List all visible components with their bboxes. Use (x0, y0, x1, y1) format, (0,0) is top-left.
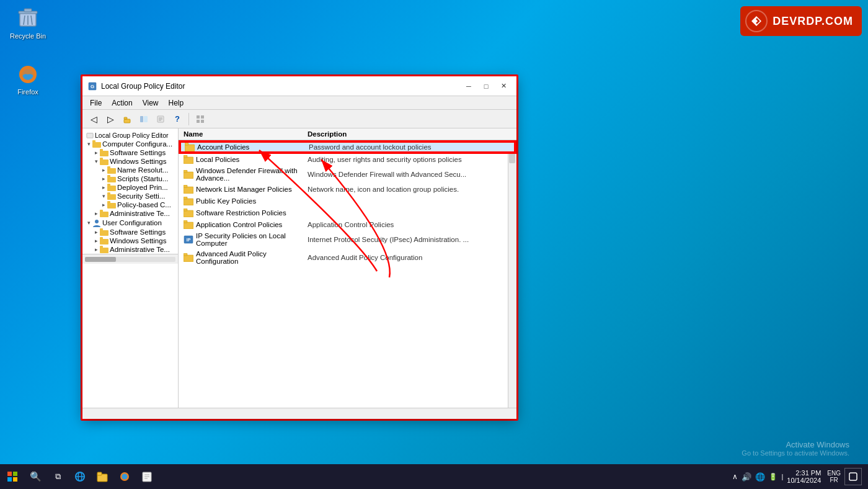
tree-item-root[interactable]: Local Group Policy Editor (82, 131, 178, 140)
minimize-button[interactable]: ─ (461, 80, 477, 92)
tree-panel: Local Group Policy Editor ▾ Computer Con… (82, 128, 179, 408)
detail-row-software-restriction[interactable]: Software Restriction Policies (179, 207, 516, 219)
svg-rect-37 (107, 203, 116, 209)
svg-text:G: G (91, 84, 94, 89)
vertical-scrollbar[interactable] (508, 142, 516, 408)
ie-taskbar-button[interactable] (69, 464, 91, 489)
show-hide-button[interactable] (136, 112, 151, 127)
svg-rect-12 (140, 116, 143, 122)
svg-rect-36 (107, 192, 110, 195)
tree-item-name-resolution[interactable]: ▸ Name Resolut... (82, 166, 178, 174)
svg-rect-51 (184, 155, 187, 158)
maximize-button[interactable]: □ (478, 80, 494, 92)
tree-item-software-settings[interactable]: ▸ Software Settings (82, 148, 178, 157)
window-icon: G (87, 81, 97, 91)
search-button[interactable]: 🔍 (25, 464, 46, 489)
svg-rect-28 (100, 158, 103, 160)
svg-rect-10 (124, 119, 130, 123)
svg-rect-53 (184, 170, 187, 173)
window-wrapper: G Local Group Policy Editor ─ □ ✕ File A… (81, 74, 518, 421)
view-button[interactable] (193, 112, 208, 127)
tree-item-security-settings[interactable]: ▾ Security Setti... (82, 192, 178, 200)
svg-rect-11 (124, 117, 127, 119)
svg-rect-59 (184, 209, 187, 211)
devrdp-logo (745, 10, 768, 32)
explorer-taskbar-button[interactable] (91, 464, 113, 489)
tree-item-user-windows[interactable]: ▸ Windows Settings (82, 236, 178, 245)
tree-item-user-software[interactable]: ▸ Software Settings (82, 228, 178, 236)
svg-rect-40 (100, 210, 103, 212)
close-button[interactable]: ✕ (495, 80, 512, 92)
svg-point-41 (95, 220, 99, 223)
tree-item-windows-settings[interactable]: ▾ Windows Settings (82, 157, 178, 166)
svg-rect-21 (201, 120, 204, 123)
svg-rect-50 (184, 157, 193, 164)
tree-item-deployed-printers[interactable]: ▸ Deployed Prin... (82, 183, 178, 192)
svg-rect-67 (7, 472, 12, 476)
svg-rect-58 (184, 210, 193, 217)
properties-button[interactable] (153, 112, 168, 127)
svg-rect-20 (197, 120, 200, 123)
svg-rect-42 (100, 230, 108, 236)
svg-rect-18 (197, 115, 200, 119)
svg-point-77 (122, 474, 128, 480)
tree-item-policy-based[interactable]: ▸ Policy-based C... (82, 200, 178, 209)
menu-file[interactable]: File (85, 97, 107, 109)
recycle-bin-icon[interactable]: Recycle Bin (6, 6, 50, 40)
svg-rect-46 (100, 248, 108, 253)
menu-help[interactable]: Help (164, 97, 189, 109)
detail-row-advanced-audit[interactable]: Advanced Audit Policy Configuration Adva… (179, 249, 516, 267)
svg-rect-64 (184, 255, 193, 262)
firefox-icon[interactable]: Firefox (6, 62, 50, 96)
tree-item-computer-config[interactable]: ▾ Computer Configura... (82, 140, 178, 148)
tree-horizontal-scrollbar[interactable] (82, 254, 178, 264)
svg-rect-60 (184, 222, 193, 229)
tree-item-user-config[interactable]: ▾ User Configuration (82, 218, 178, 228)
svg-rect-26 (100, 149, 103, 151)
taskbar-time: 2:31 PM 10/14/2024 (787, 469, 821, 484)
svg-rect-19 (201, 115, 204, 119)
recycle-bin-label: Recycle Bin (10, 32, 46, 40)
svg-rect-33 (107, 186, 116, 191)
detail-row-ip-security[interactable]: IP IP Security Policies on Local Compute… (179, 231, 516, 249)
status-bar (82, 408, 516, 419)
menu-view[interactable]: View (138, 97, 164, 109)
menu-bar: File Action View Help (82, 96, 516, 110)
svg-rect-70 (13, 477, 17, 482)
up-button[interactable] (120, 112, 135, 127)
svg-rect-57 (184, 197, 187, 199)
svg-rect-35 (107, 194, 116, 200)
detail-row-app-control[interactable]: Application Control Policies Application… (179, 219, 516, 231)
svg-rect-34 (107, 184, 110, 186)
svg-rect-25 (100, 151, 108, 156)
start-button[interactable] (0, 464, 25, 489)
tree-item-scripts[interactable]: ▸ Scripts (Startu... (82, 174, 178, 183)
svg-rect-24 (92, 140, 95, 143)
detail-row-account-policies[interactable]: Account Policies Password and account lo… (179, 140, 516, 154)
svg-rect-22 (87, 133, 93, 138)
main-content: Local Group Policy Editor ▾ Computer Con… (82, 128, 516, 408)
svg-rect-68 (13, 472, 17, 476)
forward-button[interactable]: ▷ (103, 112, 118, 127)
devrdp-badge: DEVRDP.COM (740, 6, 862, 36)
detail-row-public-key[interactable]: Public Key Policies (179, 195, 516, 207)
devrdp-text: DEVRDP.COM (773, 15, 853, 28)
detail-row-local-policies[interactable]: Local Policies Auditing, user rights and… (179, 154, 516, 166)
task-view-button[interactable]: ⧉ (46, 464, 69, 489)
notification-button[interactable] (844, 468, 862, 485)
tree-item-user-admin[interactable]: ▸ Administrative Te... (82, 245, 178, 254)
toolbar-separator (188, 113, 189, 125)
firefox-label: Firefox (17, 88, 38, 96)
back-button[interactable]: ◁ (86, 112, 101, 127)
menu-action[interactable]: Action (107, 97, 137, 109)
notepad-taskbar-button[interactable] (136, 464, 158, 489)
help-button[interactable]: ? (170, 112, 185, 127)
system-tray: ∧ 🔊 🌐 🔋 | 2:31 PM 10/14/2024 ENG FR (732, 468, 868, 485)
svg-rect-38 (107, 201, 110, 204)
activate-windows-watermark: Activate Windows Go to Settings to activ… (742, 440, 849, 457)
tree-item-admin-templates[interactable]: ▸ Administrative Te... (82, 209, 178, 218)
detail-row-network-list[interactable]: Network List Manager Policies Network na… (179, 184, 516, 195)
title-bar-controls: ─ □ ✕ (461, 80, 512, 92)
firefox-taskbar-button[interactable] (113, 464, 136, 489)
detail-row-defender-firewall[interactable]: Windows Defender Firewall with Advance..… (179, 166, 516, 184)
